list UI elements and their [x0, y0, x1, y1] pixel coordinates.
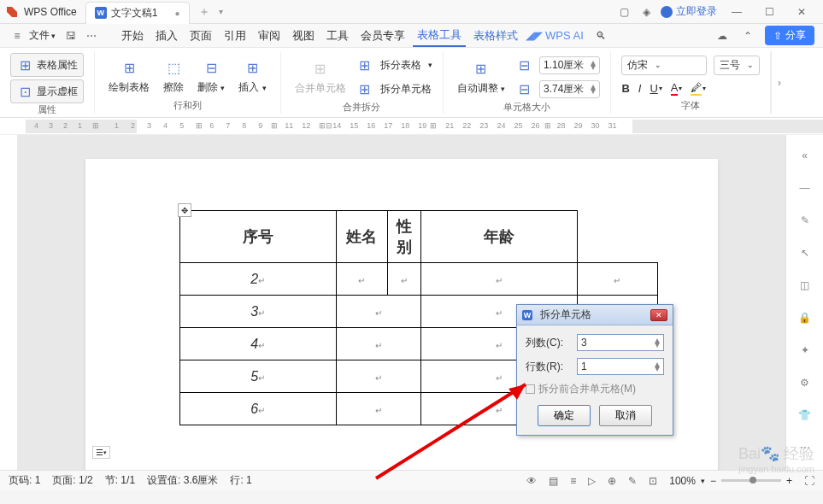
- menu-page[interactable]: 页面: [185, 26, 216, 46]
- app-icon[interactable]: ◫: [797, 277, 814, 294]
- show-gridlines-button[interactable]: ⊡显示虚框: [10, 79, 84, 103]
- table-cell[interactable]: ↵: [336, 296, 420, 328]
- table-cell[interactable]: ↵: [420, 263, 577, 296]
- share-button[interactable]: ⇧ 分享: [765, 26, 814, 45]
- save-icon[interactable]: 🖫: [62, 27, 79, 44]
- table-properties-button[interactable]: ⊞表格属性: [10, 53, 84, 77]
- horizontal-ruler[interactable]: 4321 ⊞ 12345 ⊞6 789 ⊞1112 ⊞⊟14 15161718 …: [0, 118, 823, 135]
- menu-member[interactable]: 会员专享: [356, 26, 409, 46]
- dialog-close-button[interactable]: ✕: [650, 309, 667, 321]
- edit-icon[interactable]: ✎: [628, 475, 637, 487]
- erase-button[interactable]: ⬚擦除: [160, 56, 187, 97]
- auto-fit-button[interactable]: ⊞自动调整 ▾: [454, 57, 508, 97]
- table-cell[interactable]: 5↵: [179, 360, 336, 393]
- table-cell[interactable]: 4↵: [179, 328, 336, 360]
- ok-button[interactable]: 确定: [538, 405, 591, 426]
- web-icon[interactable]: ⊕: [608, 475, 616, 487]
- italic-button[interactable]: I: [638, 82, 642, 95]
- menu-table-tools[interactable]: 表格工具: [413, 25, 466, 47]
- table-header[interactable]: 性别: [387, 211, 420, 263]
- lock-icon[interactable]: 🔒: [797, 309, 814, 326]
- dialog-title-bar[interactable]: W 拆分单元格 ✕: [517, 305, 673, 325]
- collapse-ribbon-icon[interactable]: ⌃: [739, 27, 756, 44]
- col-width-input[interactable]: 3.74厘米▴▾: [539, 80, 600, 98]
- close-button[interactable]: ✕: [789, 2, 814, 22]
- table-cell[interactable]: ↵: [336, 263, 387, 296]
- arrow-icon[interactable]: ↖: [797, 244, 814, 261]
- minimize-button[interactable]: —: [724, 2, 750, 22]
- table-header[interactable]: 姓名: [336, 211, 387, 263]
- hamburger-icon[interactable]: ≡: [9, 27, 26, 44]
- underline-button[interactable]: U▾: [650, 82, 661, 95]
- table-cell[interactable]: 6↵: [179, 393, 336, 425]
- menu-insert[interactable]: 插入: [151, 26, 182, 46]
- file-menu[interactable]: 文件 ▾: [29, 28, 56, 43]
- menu-start[interactable]: 开始: [117, 26, 148, 46]
- focus-icon[interactable]: ⊡: [649, 475, 657, 487]
- more-icon[interactable]: ⋯: [83, 27, 100, 44]
- table-header[interactable]: 序号: [179, 211, 336, 263]
- menu-tools[interactable]: 工具: [322, 26, 353, 46]
- status-line[interactable]: 行: 1: [230, 473, 251, 488]
- font-size-select[interactable]: 三号⌄: [714, 56, 760, 75]
- col-count-input[interactable]: 3▴▾: [577, 334, 664, 351]
- font-name-select[interactable]: 仿宋⌄: [621, 56, 707, 75]
- menu-ref[interactable]: 引用: [220, 26, 250, 46]
- table-cell[interactable]: ↵: [387, 263, 420, 296]
- tab-label: 文字文稿1: [111, 6, 158, 21]
- status-pageno[interactable]: 页码: 1: [9, 473, 40, 488]
- shirt-icon[interactable]: 👕: [797, 407, 814, 424]
- vertical-ruler[interactable]: [0, 135, 17, 470]
- tab-add-button[interactable]: ＋: [198, 4, 210, 20]
- font-color-button[interactable]: A▾: [671, 81, 683, 96]
- insert-button[interactable]: ⊞插入 ▾: [235, 56, 269, 97]
- minus-icon[interactable]: —: [797, 179, 814, 196]
- split-table-button[interactable]: 拆分表格: [380, 58, 421, 73]
- menu-bar: ≡ 文件 ▾ 🖫 ⋯ 开始 插入 页面 引用 审阅 视图 工具 会员专享 表格工…: [0, 24, 823, 48]
- maximize-button[interactable]: ☐: [756, 2, 782, 22]
- outline-view-icon[interactable]: ≡: [570, 475, 576, 487]
- expand-icon[interactable]: «: [797, 147, 814, 164]
- bold-button[interactable]: B: [621, 82, 629, 95]
- outline-button[interactable]: ☰ ▾: [92, 446, 110, 459]
- sparkle-icon[interactable]: ✦: [797, 342, 814, 359]
- table-cell[interactable]: ↵: [336, 360, 420, 393]
- row-count-input[interactable]: 1▴▾: [577, 358, 664, 375]
- menu-view[interactable]: 视图: [288, 26, 319, 46]
- table-cell[interactable]: ↵: [578, 263, 657, 296]
- gear-icon[interactable]: ⚙: [797, 374, 814, 391]
- split-cells-button[interactable]: 拆分单元格: [380, 82, 432, 97]
- menu-table-style[interactable]: 表格样式: [469, 26, 522, 46]
- draw-table-button[interactable]: ⊞绘制表格: [105, 56, 153, 97]
- dialog-icon: W: [522, 310, 532, 320]
- ribbon-expand-button[interactable]: ›: [771, 51, 786, 114]
- table-cell[interactable]: 3↵: [179, 296, 336, 328]
- status-section[interactable]: 节: 1/1: [105, 473, 135, 488]
- table-header[interactable]: 年龄: [420, 211, 577, 263]
- layout-icon[interactable]: ▤: [549, 475, 558, 487]
- play-icon[interactable]: ▷: [588, 475, 596, 487]
- document-tab[interactable]: W 文字文稿1 ●: [85, 2, 190, 24]
- highlight-button[interactable]: 🖉▾: [691, 81, 706, 96]
- cube-icon[interactable]: ◈: [638, 4, 654, 20]
- pencil-icon[interactable]: ✎: [797, 212, 814, 229]
- table-cell[interactable]: ↵: [336, 328, 420, 360]
- status-pagecnt[interactable]: 页面: 1/2: [52, 473, 92, 488]
- wps-ai-button[interactable]: ◢◤ WPS AI: [526, 29, 584, 42]
- cancel-button[interactable]: 取消: [599, 405, 652, 426]
- window-icon[interactable]: ▢: [616, 4, 632, 20]
- fullscreen-icon[interactable]: ⛶: [804, 475, 814, 487]
- cloud-icon[interactable]: ☁: [714, 27, 731, 44]
- tab-dirty-icon[interactable]: ●: [174, 9, 179, 18]
- tab-menu-button[interactable]: ▾: [219, 7, 223, 16]
- menu-review[interactable]: 审阅: [254, 26, 285, 46]
- row-height-input[interactable]: 1.10厘米▴▾: [539, 56, 600, 74]
- table-cell[interactable]: 2↵: [179, 263, 336, 296]
- delete-button[interactable]: ⊟删除 ▾: [194, 56, 228, 97]
- login-button[interactable]: 立即登录: [661, 4, 717, 19]
- status-setting[interactable]: 设置值: 3.6厘米: [147, 473, 218, 488]
- eye-icon[interactable]: 👁: [526, 475, 537, 487]
- zoom-control[interactable]: 100%▾ − +: [669, 475, 792, 487]
- search-icon[interactable]: 🔍︎: [592, 27, 609, 44]
- table-cell[interactable]: ↵: [336, 393, 420, 425]
